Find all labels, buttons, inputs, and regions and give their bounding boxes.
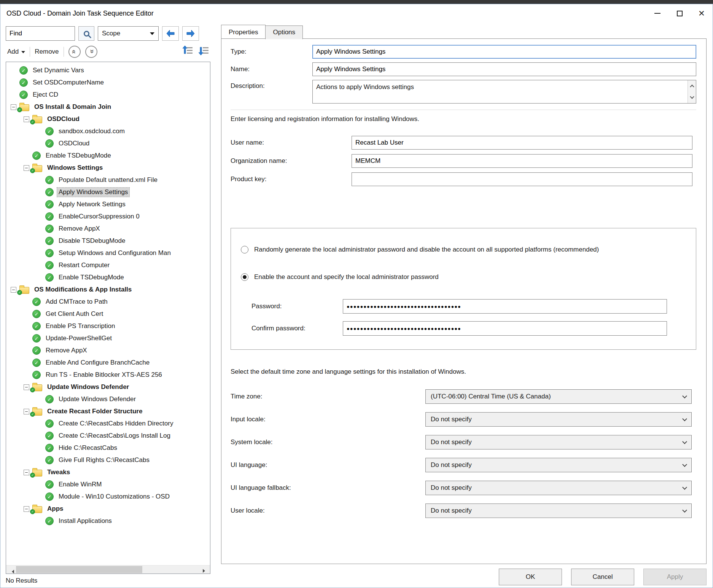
tree-step-row[interactable]: ✓Enable TSDebugMode bbox=[6, 271, 210, 284]
horizontal-scrollbar[interactable] bbox=[6, 565, 210, 574]
ok-button[interactable]: OK bbox=[499, 569, 562, 585]
scroll-up-button[interactable] bbox=[688, 80, 696, 92]
tree-step-row[interactable]: ✓sandbox.osdcloud.com bbox=[6, 125, 210, 137]
tree-step-row[interactable]: ✓Module - Win10 Customizations - OSD bbox=[6, 491, 210, 503]
remove-button-label: Remove bbox=[35, 48, 59, 56]
scope-select[interactable]: Scope bbox=[98, 26, 159, 41]
group-folder-icon: ✓ bbox=[32, 470, 42, 476]
tree-group-row[interactable]: ✓Tweaks bbox=[6, 466, 210, 478]
collapse-expander-box[interactable] bbox=[11, 287, 16, 293]
user-name-field[interactable] bbox=[352, 136, 692, 150]
collapse-expander-box[interactable] bbox=[24, 116, 29, 122]
type-label: Type: bbox=[231, 48, 312, 56]
cancel-button[interactable]: Cancel bbox=[571, 569, 634, 585]
ui-language-fallback-select[interactable]: Do not specify bbox=[425, 481, 692, 495]
expand-all-button[interactable]: « bbox=[85, 46, 97, 58]
tree-item-label: Add CMTrace to Path bbox=[44, 297, 109, 306]
product-key-field[interactable] bbox=[352, 172, 692, 186]
password-field[interactable] bbox=[343, 299, 667, 314]
remove-button[interactable]: Remove bbox=[35, 48, 59, 56]
tree-item-label: Setup Windows and Configuration Man bbox=[57, 249, 172, 258]
tree-step-row[interactable]: ✓Remove AppX bbox=[6, 344, 210, 357]
organization-name-field[interactable] bbox=[352, 154, 692, 168]
toolbar-divider bbox=[64, 47, 64, 57]
random-password-radio[interactable] bbox=[241, 246, 248, 253]
find-next-button[interactable] bbox=[182, 26, 199, 41]
tree-step-row[interactable]: ✓Enable TSDebugMode bbox=[6, 150, 210, 162]
input-locale-select[interactable]: Do not specify bbox=[425, 412, 692, 427]
collapse-expander-box[interactable] bbox=[24, 165, 29, 171]
collapse-expander-box[interactable] bbox=[11, 104, 16, 110]
scroll-right-arrow[interactable] bbox=[199, 566, 210, 574]
tree-step-row[interactable]: ✓Update-PowerShellGet bbox=[6, 332, 210, 344]
scrollbar-thumb[interactable] bbox=[16, 566, 142, 573]
tree-step-row[interactable]: ✓Give Full Rights C:\RecastCabs bbox=[6, 454, 210, 466]
type-field[interactable] bbox=[312, 45, 696, 59]
minimize-button[interactable] bbox=[646, 4, 668, 22]
ui-language-select[interactable]: Do not specify bbox=[425, 458, 692, 472]
window-title: OSD Cloud - Domain Join Task Sequence Ed… bbox=[6, 10, 154, 18]
description-scrollbar[interactable] bbox=[688, 80, 696, 103]
tree-step-row[interactable]: ✓Hide C:\RecastCabs bbox=[6, 442, 210, 454]
tree-step-row[interactable]: ✓Disable TSDebugMode bbox=[6, 235, 210, 247]
tree-step-row[interactable]: ✓Run TS - Enable Bitlocker XTS-AES 256 bbox=[6, 369, 210, 381]
maximize-button[interactable] bbox=[668, 4, 691, 22]
user-locale-select[interactable]: Do not specify bbox=[425, 504, 692, 518]
tree-group-row[interactable]: ✓OS Install & Domain Join bbox=[6, 101, 210, 113]
collapse-expander-box[interactable] bbox=[24, 506, 29, 512]
find-input[interactable] bbox=[6, 26, 75, 41]
tree-step-row[interactable]: ✓Add CMTrace to Path bbox=[6, 296, 210, 308]
tree-step-row[interactable]: ✓Restart Computer bbox=[6, 259, 210, 271]
tree-step-row[interactable]: ✓Populate Default unattend.xml File bbox=[6, 174, 210, 186]
tree-group-row[interactable]: ✓OS Modifications & App Installs bbox=[6, 284, 210, 296]
tree-step-row[interactable]: ✓Setup Windows and Configuration Man bbox=[6, 247, 210, 259]
collapse-all-button[interactable]: « bbox=[68, 46, 81, 58]
tree-step-row[interactable]: ✓Get Client Auth Cert bbox=[6, 308, 210, 320]
collapse-expander-box[interactable] bbox=[24, 409, 29, 414]
tree-step-row[interactable]: ✓Update Windows Defender bbox=[6, 393, 210, 405]
move-step-down-button[interactable] bbox=[198, 45, 210, 58]
tree-step-row[interactable]: ✓Apply Network Settings bbox=[6, 198, 210, 210]
close-button[interactable]: × bbox=[691, 4, 713, 22]
description-field[interactable]: Actions to apply Windows settings bbox=[312, 80, 696, 104]
search-button[interactable] bbox=[78, 26, 94, 41]
tree-group-row[interactable]: ✓OSDCloud bbox=[6, 113, 210, 125]
tree-item-label: Hide C:\RecastCabs bbox=[57, 443, 119, 453]
tree-group-row[interactable]: ✓Create Recast Folder Structure bbox=[6, 405, 210, 417]
tree-group-row[interactable]: ✓Update Windows Defender bbox=[6, 381, 210, 393]
scroll-down-button[interactable] bbox=[688, 92, 696, 103]
tree-step-row[interactable]: ✓Set Dynamic Vars bbox=[6, 64, 210, 76]
tree-item-label: Module - Win10 Customizations - OSD bbox=[57, 492, 171, 501]
apply-button[interactable]: Apply bbox=[643, 569, 707, 585]
tree-item-label: Enable WinRM bbox=[57, 480, 103, 489]
tree-item-label: Enable TSDebugMode bbox=[57, 273, 126, 282]
tree-step-row[interactable]: ✓Apply Windows Settings bbox=[6, 186, 210, 198]
tree-step-row[interactable]: ✓Create C:\RecastCabs Hidden Directory bbox=[6, 417, 210, 430]
tree-step-row[interactable]: ✓Enable And Configure BranchCache bbox=[6, 357, 210, 369]
tree-item-label: Run TS - Enable Bitlocker XTS-AES 256 bbox=[44, 370, 164, 379]
tree-step-row[interactable]: ✓Eject CD bbox=[6, 89, 210, 101]
move-step-up-button[interactable] bbox=[182, 45, 194, 58]
system-locale-select[interactable]: Do not specify bbox=[425, 435, 692, 449]
scroll-left-arrow[interactable] bbox=[6, 566, 14, 574]
tree-step-row[interactable]: ✓Set OSDComputerName bbox=[6, 76, 210, 89]
enable-account-radio[interactable] bbox=[241, 273, 248, 281]
collapse-expander-box[interactable] bbox=[24, 470, 29, 475]
tree-step-row[interactable]: ✓OSDCloud bbox=[6, 137, 210, 150]
tree-step-row[interactable]: ✓EnableCursorSuppression 0 bbox=[6, 210, 210, 223]
add-button[interactable]: Add bbox=[7, 48, 25, 56]
tree-step-row[interactable]: ✓Enable WinRM bbox=[6, 478, 210, 491]
tab-options[interactable]: Options bbox=[265, 25, 303, 39]
tree-step-row[interactable]: ✓Create C:\RecastCabs\Logs Install Log bbox=[6, 430, 210, 442]
tree-step-row[interactable]: ✓Enable PS Transcription bbox=[6, 320, 210, 332]
tree-step-row[interactable]: ✓Install Applications bbox=[6, 515, 210, 527]
time-zone-select[interactable]: (UTC-06:00) Central Time (US & Canada) bbox=[425, 389, 692, 404]
tree-group-row[interactable]: ✓Apps bbox=[6, 503, 210, 515]
collapse-expander-box[interactable] bbox=[24, 384, 29, 390]
tree-group-row[interactable]: ✓Windows Settings bbox=[6, 162, 210, 174]
confirm-password-field[interactable] bbox=[343, 321, 667, 336]
find-previous-button[interactable] bbox=[162, 26, 179, 41]
name-field[interactable] bbox=[312, 62, 696, 76]
tab-properties[interactable]: Properties bbox=[221, 25, 266, 38]
tree-step-row[interactable]: ✓Remove AppX bbox=[6, 223, 210, 235]
